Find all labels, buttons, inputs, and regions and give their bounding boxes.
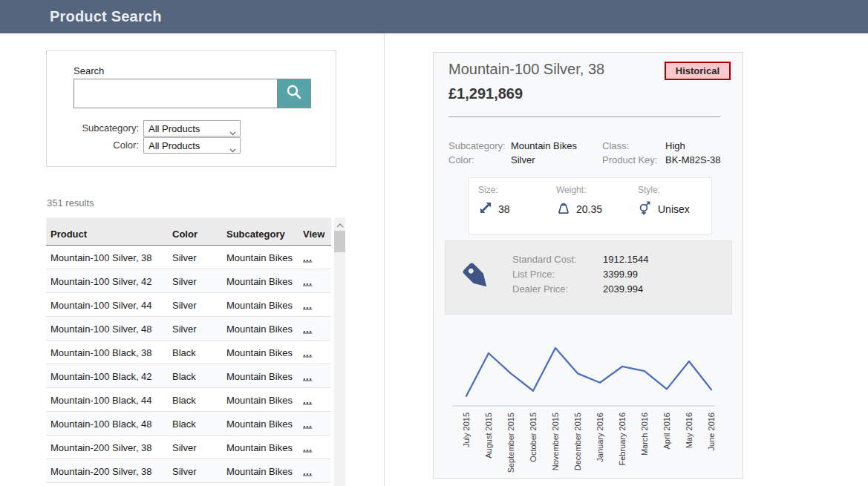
cell-color: Silver: [172, 299, 197, 310]
color-attr-value: Silver: [511, 154, 535, 165]
cell-product: Mountain-100 Black, 42: [50, 370, 152, 381]
svg-text:March 2016: March 2016: [640, 413, 649, 456]
svg-text:April 2016: April 2016: [662, 413, 671, 450]
cell-color: Black: [172, 418, 196, 429]
svg-text:October 2015: October 2015: [529, 413, 538, 462]
view-link[interactable]: ...: [303, 370, 312, 381]
table-row[interactable]: Mountain-100 Black, 48BlackMountain Bike…: [46, 412, 331, 436]
table-header-row: Product Color Subcategory View: [46, 217, 331, 246]
view-link[interactable]: ...: [303, 252, 312, 263]
cell-color: Black: [172, 347, 196, 358]
svg-text:February 2016: February 2016: [618, 413, 627, 466]
cell-product: Mountain-100 Black, 44: [50, 394, 152, 405]
table-row[interactable]: Mountain-100 Silver, 38SilverMountain Bi…: [46, 246, 331, 269]
cell-color: Silver: [172, 441, 197, 453]
column-header-subcategory[interactable]: Subcategory: [226, 229, 285, 240]
view-link[interactable]: ...: [303, 275, 312, 286]
product-total-price: £1,291,869: [448, 85, 523, 102]
cell-color: Silver: [172, 275, 197, 286]
column-header-view[interactable]: View: [303, 229, 324, 240]
view-link[interactable]: ...: [303, 394, 312, 405]
cell-product: Mountain-200 Silver, 38: [50, 465, 152, 476]
table-scrollbar[interactable]: [334, 217, 345, 486]
cell-subcategory: Mountain Bikes: [226, 299, 293, 310]
color-select[interactable]: All Products: [143, 137, 241, 154]
cell-product: Mountain-100 Silver, 44: [50, 299, 152, 310]
table-row[interactable]: Mountain-100 Silver, 48SilverMountain Bi…: [46, 317, 331, 341]
cell-product: Mountain-100 Black, 48: [50, 418, 152, 429]
cell-subcategory: Mountain Bikes: [226, 394, 293, 405]
cell-product: Mountain-100 Black, 38: [50, 347, 152, 358]
weight-value: 20.35: [576, 203, 602, 215]
unisex-icon: [638, 200, 653, 218]
weight-spec: Weight: 20.35: [556, 185, 602, 218]
class-attr-value: High: [665, 140, 685, 151]
section-divider: [384, 33, 385, 486]
style-label: Style:: [638, 185, 690, 195]
cell-color: Black: [172, 394, 196, 405]
cell-subcategory: Mountain Bikes: [226, 418, 293, 429]
dealer-price-value: 2039.994: [603, 283, 643, 295]
results-count: 351 results: [47, 197, 94, 208]
table-row[interactable]: Mountain-100 Black, 38BlackMountain Bike…: [46, 341, 331, 364]
column-header-color[interactable]: Color: [172, 229, 198, 240]
list-price-value: 3399.99: [603, 269, 638, 280]
view-link[interactable]: ...: [303, 299, 312, 310]
pricing-box: Standard Cost: 1912.1544 List Price: 339…: [445, 240, 732, 315]
weight-label: Weight:: [556, 185, 602, 195]
search-input[interactable]: [74, 79, 278, 108]
view-link[interactable]: ...: [303, 418, 312, 429]
product-key-attr-value: BK-M82S-38: [665, 154, 720, 165]
table-row[interactable]: Mountain-200 Silver, 38SilverMountain Bi…: [46, 459, 331, 483]
table-row[interactable]: Mountain-100 Silver, 42SilverMountain Bi…: [46, 269, 331, 293]
chevron-down-icon: [229, 127, 236, 138]
subcategory-attr-label: Subcategory:: [448, 140, 506, 151]
view-link[interactable]: ...: [303, 323, 312, 334]
resize-arrow-icon: [478, 200, 493, 218]
weight-icon: [556, 200, 571, 218]
chevron-up-icon: [336, 217, 344, 231]
search-button[interactable]: [277, 79, 311, 108]
search-icon: [285, 83, 303, 104]
table-row[interactable]: Mountain-100 Black, 42BlackMountain Bike…: [46, 364, 331, 388]
results-table: Product Color Subcategory View Mountain-…: [46, 217, 331, 483]
cell-subcategory: Mountain Bikes: [226, 347, 293, 358]
product-title: Mountain-100 Silver, 38: [448, 61, 604, 78]
class-attr-label: Class:: [602, 140, 629, 151]
standard-cost-label: Standard Cost:: [512, 254, 577, 265]
cell-product: Mountain-100 Silver, 42: [50, 275, 152, 286]
table-row[interactable]: Mountain-200 Silver, 38SilverMountain Bi…: [46, 436, 331, 459]
historical-badge: Historical: [665, 62, 731, 80]
svg-text:July 2015: July 2015: [462, 413, 471, 447]
style-spec: Style: Unisex: [638, 185, 690, 218]
product-search-screen: Product Search Search Subcategory: All P…: [0, 0, 868, 486]
cell-product: Mountain-100 Silver, 48: [50, 323, 152, 334]
table-body: Mountain-100 Silver, 38SilverMountain Bi…: [46, 246, 331, 483]
chevron-down-icon: [229, 144, 236, 155]
list-price-label: List Price:: [512, 269, 555, 280]
table-row[interactable]: Mountain-100 Silver, 44SilverMountain Bi…: [46, 293, 331, 317]
page-title: Product Search: [50, 0, 162, 33]
specs-box: Size: 38 Weight:: [469, 177, 712, 234]
cell-subcategory: Mountain Bikes: [226, 465, 293, 476]
subcategory-filter-label: Subcategory:: [47, 122, 139, 134]
subcategory-select-value: All Products: [149, 123, 200, 134]
svg-text:December 2015: December 2015: [573, 413, 582, 470]
cell-color: Silver: [172, 465, 197, 476]
scroll-up-button[interactable]: [334, 217, 345, 230]
column-header-product[interactable]: Product: [50, 229, 87, 240]
cell-subcategory: Mountain Bikes: [226, 252, 293, 263]
monthly-trend-chart[interactable]: July 2015August 2015September 2015Octobe…: [446, 335, 732, 477]
subcategory-select[interactable]: All Products: [143, 120, 241, 137]
size-label: Size:: [478, 185, 510, 195]
table-row[interactable]: Mountain-100 Black, 44BlackMountain Bike…: [46, 388, 331, 412]
view-link[interactable]: ...: [303, 441, 312, 453]
scrollbar-thumb[interactable]: [334, 231, 345, 252]
view-link[interactable]: ...: [303, 347, 312, 358]
svg-text:June 2016: June 2016: [707, 413, 716, 450]
svg-text:September 2015: September 2015: [506, 413, 515, 473]
standard-cost-value: 1912.1544: [603, 254, 648, 265]
view-link[interactable]: ...: [303, 465, 312, 476]
app-header: Product Search: [0, 0, 868, 33]
dealer-price-label: Dealer Price:: [512, 283, 568, 295]
